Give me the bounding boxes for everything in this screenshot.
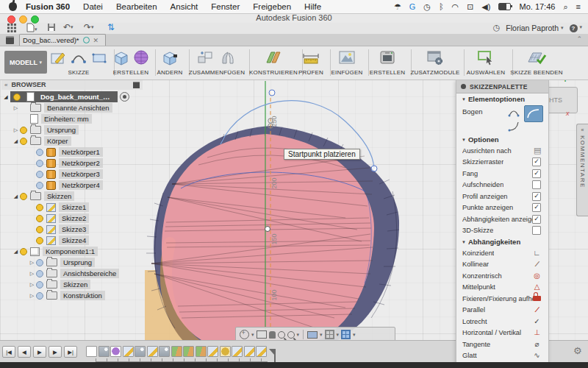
tree-item-label[interactable]: Skizze4 [59, 236, 89, 245]
tree-item-label[interactable]: Ursprung [60, 258, 95, 267]
menu-item[interactable]: Freigeben [253, 2, 291, 11]
comments-tab-label[interactable]: KOMMENTARE [579, 135, 586, 188]
tree-item-label[interactable]: Einheiten: mm [41, 114, 92, 124]
save-icon[interactable] [47, 23, 56, 34]
vpn-icon[interactable]: ☂ [394, 3, 401, 11]
constraint-row[interactable]: Lotrecht ✓ [456, 316, 548, 328]
measure-icon[interactable] [301, 49, 320, 66]
viewports-icon[interactable] [341, 330, 351, 339]
visibility-bulb-icon[interactable] [36, 237, 43, 244]
section-collapse-icon[interactable]: ▼ [462, 138, 466, 142]
timeline-feature[interactable] [147, 346, 158, 357]
browser-tree-item[interactable]: ▷ Skizzen [1, 279, 143, 290]
section-abhaengigkeiten[interactable]: ▼ Abhängigkeiten [456, 236, 548, 247]
option-checkbox[interactable] [532, 192, 541, 201]
group-label[interactable]: KONSTRUIEREN [247, 69, 300, 76]
browser-tree-item[interactable]: Skizze4 [1, 235, 143, 246]
finish-sketch-icon[interactable] [526, 49, 547, 66]
tree-item-label[interactable]: Skizze2 [59, 213, 89, 223]
browser-tree-item[interactable]: Netzkörper3 [1, 169, 143, 180]
sketch-point[interactable] [265, 227, 270, 232]
menu-item[interactable]: Datei [83, 2, 103, 11]
smooth-icon[interactable]: ∿ [533, 352, 541, 359]
timeline-feature[interactable] [232, 346, 243, 357]
timeline-feature[interactable] [123, 346, 134, 357]
tree-item-label[interactable]: Netzkörper4 [59, 180, 103, 190]
group-label[interactable]: PRÜFEN [294, 69, 328, 76]
group-label[interactable]: SKIZZE [46, 69, 112, 76]
visibility-bulb-icon[interactable] [36, 292, 43, 300]
visibility-bulb-icon[interactable] [20, 248, 27, 255]
bluetooth-icon[interactable]: ᛒ [439, 3, 444, 11]
browser-tree-item[interactable]: Einheiten: mm [1, 113, 143, 124]
expand-arrow[interactable]: ▷ [28, 271, 36, 277]
browser-tree-item[interactable]: ▷ Benannte Ansichten [1, 102, 143, 113]
tree-item-label[interactable]: Körper [44, 136, 71, 146]
expand-arrow[interactable]: ◢ [12, 249, 20, 255]
timeline-feature[interactable] [159, 346, 170, 357]
group-label[interactable]: SKIZZE BEENDEN [510, 69, 563, 76]
group-label[interactable]: ERSTELLEN [109, 69, 153, 76]
zoom-icon[interactable] [278, 331, 285, 339]
joint-icon[interactable] [218, 49, 237, 66]
airplay-icon[interactable]: ⊡ [467, 3, 473, 11]
constraint-row[interactable]: Konzentrisch ◎ [456, 270, 548, 282]
cam-machine-icon[interactable] [378, 49, 397, 66]
workspace-selector[interactable]: MODELL ▾ [4, 51, 47, 74]
option-checkbox[interactable] [532, 169, 541, 178]
time-machine-icon[interactable]: ◷ [423, 3, 431, 11]
option-checkbox[interactable] [532, 215, 541, 224]
notifications-clock-icon[interactable]: ◷ [493, 23, 501, 32]
grid-settings-icon[interactable] [325, 330, 334, 339]
redo-icon[interactable]: ↷▾ [84, 22, 94, 32]
grid-caret-icon[interactable]: ▾ [337, 332, 340, 338]
viewports-caret-icon[interactable]: ▾ [353, 332, 356, 338]
tree-item-label[interactable]: Skizzen [44, 191, 74, 201]
group-label[interactable]: ÄNDERN [153, 69, 187, 76]
undo-icon[interactable]: ↶▾ [63, 22, 74, 32]
section-optionen[interactable]: ▼ Optionen [456, 134, 548, 145]
assemble-icon[interactable] [196, 49, 215, 66]
visibility-bulb-icon[interactable] [20, 127, 27, 134]
timeline-play-button[interactable]: ▶ [33, 346, 46, 358]
volume-icon[interactable]: ◀) [481, 3, 490, 11]
visibility-bulb-icon[interactable] [36, 182, 43, 189]
timeline-feature[interactable] [98, 346, 110, 357]
constraint-row[interactable]: Horizontal / Vertikal ⊥ [456, 328, 548, 339]
parallel-icon[interactable]: ∕∕ [533, 306, 541, 314]
timeline-feature[interactable] [256, 346, 267, 357]
timeline-feature[interactable] [171, 346, 182, 357]
constraint-row[interactable]: Mittelpunkt △ [456, 282, 548, 294]
group-label[interactable]: ZUSATZMODULE [409, 69, 462, 76]
browser-tree-item[interactable]: ▷ Ursprung [1, 257, 143, 268]
browser-tree-item[interactable]: Netzkörper1 [1, 146, 143, 158]
option-checkbox[interactable] [532, 226, 541, 235]
comments-panel-tab[interactable]: « KOMMENTARE [576, 124, 588, 216]
timeline-feature[interactable] [135, 346, 146, 357]
tab-sync-status-icon[interactable] [83, 37, 90, 43]
menu-item[interactable]: Fenster [211, 2, 240, 11]
visibility-bulb-icon[interactable] [13, 93, 21, 101]
menu-item[interactable]: Bearbeiten [116, 2, 157, 11]
menu-item[interactable]: Ansicht [171, 2, 198, 11]
box-icon[interactable] [112, 49, 129, 66]
menu-item[interactable]: Hilfe [304, 2, 321, 11]
constraint-row[interactable]: Glatt ∿ [456, 350, 548, 362]
timeline-feature[interactable] [196, 346, 207, 357]
visibility-bulb-icon[interactable] [36, 204, 43, 211]
timeline-step-back-button[interactable]: ◀ [18, 346, 31, 358]
timeline-feature[interactable] [86, 346, 97, 357]
timeline-feature[interactable] [110, 346, 121, 357]
browser-tree-item[interactable]: ◢ Körper [1, 135, 143, 146]
document-tab-label[interactable]: Dog_bac...vered)* [23, 36, 79, 44]
visibility-bulb-icon[interactable] [20, 193, 27, 200]
tree-item-label[interactable]: Skizzen [60, 280, 90, 289]
insert-image-icon[interactable] [337, 49, 356, 66]
group-label[interactable]: ERSTELLEN [366, 69, 409, 76]
visibility-bulb-icon[interactable] [36, 270, 43, 277]
select-icon[interactable] [476, 49, 495, 66]
arc-center-icon-selected[interactable] [524, 105, 543, 122]
expand-arrow[interactable]: ◢ [12, 138, 20, 144]
orbit-icon[interactable] [240, 330, 249, 339]
arc-start-point[interactable] [269, 90, 275, 96]
